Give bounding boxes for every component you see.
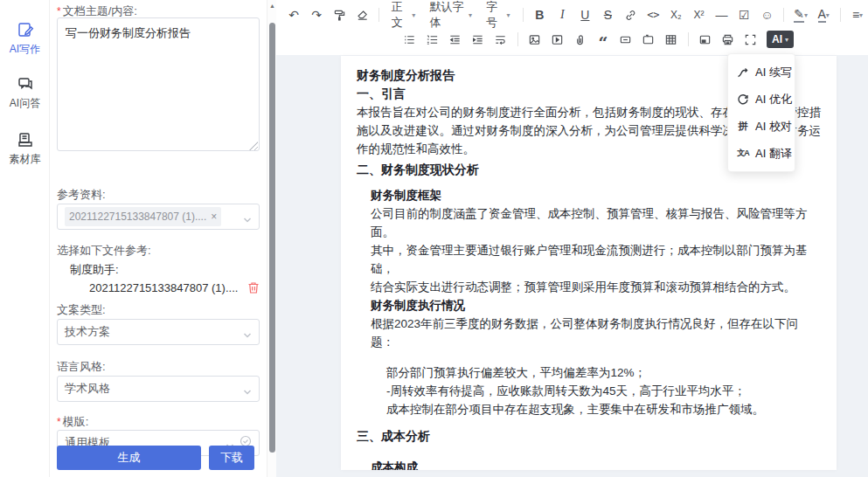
- doc-type-label: 文案类型:: [57, 302, 106, 318]
- download-button[interactable]: 下载: [209, 446, 254, 470]
- outdent-button[interactable]: [445, 29, 466, 50]
- highlight-color-button[interactable]: ✎▾: [790, 4, 811, 25]
- format-painter-button[interactable]: [329, 4, 350, 25]
- caret-icon: ▾: [826, 11, 830, 19]
- doc-heading: 三、成本分析: [357, 427, 821, 446]
- insert-video-button[interactable]: [547, 29, 568, 50]
- paragraph-style-select[interactable]: 正文▾: [385, 4, 422, 25]
- caret-icon: ▾: [412, 11, 415, 19]
- reference-tag: 2021122715133847807 (1).... ×: [65, 207, 221, 226]
- align-button[interactable]: ≡▾: [847, 4, 868, 25]
- ai-menu-button[interactable]: AI ▾: [767, 31, 794, 48]
- doc-list-item: 部分部门预算执行偏差较大，平均偏差率为12%；: [386, 363, 821, 382]
- proofread-icon: 拼: [737, 121, 749, 133]
- app-sidebar: AI写作 AI问答 素材库: [0, 0, 50, 477]
- sidebar-item-label: 素材库: [10, 153, 41, 165]
- doc-list-item: -周转效率有待提高，应收账款周转天数为45天，高于行业平均水平；: [386, 382, 821, 400]
- task-list-button[interactable]: ☑: [733, 4, 754, 25]
- scrollbar-thumb[interactable]: [269, 23, 275, 453]
- caret-icon: ▾: [859, 11, 863, 19]
- optimize-icon: [737, 93, 749, 106]
- caret-icon: ▾: [804, 11, 808, 19]
- doc-paragraph: 根据2023年前三季度的财务数据，公司整体财务制度执行情况良好，但存在以下问题：: [371, 315, 821, 351]
- ai-writing-icon: [17, 21, 34, 38]
- insert-table-button[interactable]: [661, 29, 682, 50]
- italic-button[interactable]: I: [552, 4, 573, 25]
- required-asterisk: *: [57, 416, 61, 428]
- chevron-down-icon: [243, 384, 252, 393]
- print-button[interactable]: [718, 29, 739, 50]
- subscript-button[interactable]: X₂: [665, 4, 686, 25]
- doc-subheading: 成本构成: [371, 458, 821, 470]
- attachment-button[interactable]: [570, 29, 591, 50]
- menu-item-ai-optimize[interactable]: AI 优化: [728, 86, 795, 113]
- style-select[interactable]: 学术风格: [57, 376, 260, 402]
- emoji-button[interactable]: ☺: [756, 4, 777, 25]
- bold-button[interactable]: B: [529, 4, 550, 25]
- horizontal-rule-button[interactable]: ―: [711, 4, 732, 25]
- reference-select[interactable]: 2021122715133847807 (1).... ×: [57, 204, 260, 230]
- sidebar-item-ai-writing[interactable]: AI写作: [0, 21, 50, 57]
- library-icon: [17, 131, 34, 149]
- delete-file-icon[interactable]: [247, 281, 260, 294]
- vertical-scrollbar[interactable]: ▲: [267, 0, 276, 477]
- ordered-list-button[interactable]: [422, 29, 443, 50]
- eraser-button[interactable]: [351, 4, 372, 25]
- editor-region: ↶ ↷ 正文▾ 默认字体▾ 字号▾ B I U S <> X₂ X² ― ☑ ☺…: [276, 0, 868, 477]
- reference-label: 参考资料:: [57, 187, 106, 203]
- chat-icon: [17, 75, 34, 93]
- template-label: *模版:: [57, 414, 88, 430]
- doc-subheading: 财务制度框架: [371, 186, 821, 204]
- doc-list-item: 成本控制在部分项目中存在超支现象，主要集中在研发和市场推广领域。: [386, 400, 821, 418]
- menu-item-ai-continue[interactable]: AI 续写: [728, 59, 795, 86]
- sidebar-item-ai-qa[interactable]: AI问答: [0, 75, 50, 111]
- caret-icon: ▾: [507, 11, 510, 19]
- ai-writing-form: *文档主题/内容: 写一份财务制度分析报告 参考资料: 202112271513…: [50, 0, 267, 477]
- file-name: 2021122715133847807 (1)....: [89, 281, 238, 294]
- insert-image-button[interactable]: [524, 29, 545, 50]
- generate-button[interactable]: 生成: [57, 446, 201, 470]
- doc-paragraph: 其中，资金管理主要通过银行账户管理和现金流预测进行；成本控制以部门预算为基础，: [371, 241, 821, 278]
- chevron-down-icon: [243, 328, 252, 336]
- topic-input[interactable]: 写一份财务制度分析报告: [57, 17, 260, 151]
- font-size-select[interactable]: 字号▾: [480, 4, 517, 25]
- caret-icon: ▾: [785, 36, 788, 44]
- remove-tag-icon[interactable]: ×: [211, 211, 217, 222]
- undo-button[interactable]: ↶: [283, 4, 304, 25]
- required-asterisk: *: [57, 5, 61, 17]
- doc-paragraph: 公司目前的制度涵盖了资金管理、成本控制、预算管理、核算与报告、风险管理等方面。: [371, 204, 821, 241]
- embed-button[interactable]: [695, 29, 716, 50]
- ai-dropdown-menu: AI 续写 AI 优化 拼 AI 校对 文A AI 翻译: [727, 53, 795, 172]
- menu-item-ai-proofread[interactable]: 拼 AI 校对: [728, 113, 795, 140]
- font-color-button[interactable]: A▾: [813, 4, 834, 25]
- font-family-select[interactable]: 默认字体▾: [423, 4, 478, 25]
- file-group-label: 制度助手:: [70, 262, 119, 278]
- continue-writing-icon: [737, 66, 749, 79]
- inline-code-button[interactable]: <>: [642, 4, 663, 25]
- redo-button[interactable]: ↷: [306, 4, 327, 25]
- sidebar-item-material-library[interactable]: 素材库: [0, 131, 50, 167]
- doc-type-select[interactable]: 技术方案: [57, 319, 260, 345]
- doc-paragraph: 结合实际支出进行动态调整；预算管理则采用年度预算和滚动预算相结合的方式。: [371, 278, 821, 296]
- menu-item-ai-translate[interactable]: 文A AI 翻译: [728, 140, 795, 167]
- translate-icon: 文A: [737, 148, 749, 160]
- underline-button[interactable]: U: [574, 4, 595, 25]
- bullet-list-button[interactable]: [399, 29, 420, 50]
- doc-type-value: 技术方案: [65, 324, 243, 340]
- divider-block-button[interactable]: [615, 29, 636, 50]
- superscript-button[interactable]: X²: [688, 4, 709, 25]
- editor-toolbar: ↶ ↷ 正文▾ 默认字体▾ 字号▾ B I U S <> X₂ X² ― ☑ ☺…: [276, 0, 868, 55]
- text-wrap-button[interactable]: [490, 29, 511, 50]
- doc-subheading: 财务制度执行情况: [371, 296, 821, 315]
- blockquote-button[interactable]: “: [593, 32, 614, 53]
- code-block-button[interactable]: [638, 29, 659, 50]
- sidebar-item-label: AI写作: [10, 43, 40, 55]
- sidebar-item-label: AI问答: [10, 97, 40, 109]
- file-section-label: 选择如下文件参考:: [57, 243, 151, 259]
- chevron-down-icon: [243, 212, 252, 221]
- indent-button[interactable]: [468, 29, 489, 50]
- caret-icon: ▾: [469, 11, 472, 19]
- strikethrough-button[interactable]: S: [597, 4, 618, 25]
- fullscreen-button[interactable]: [740, 29, 761, 50]
- link-button[interactable]: [620, 4, 641, 25]
